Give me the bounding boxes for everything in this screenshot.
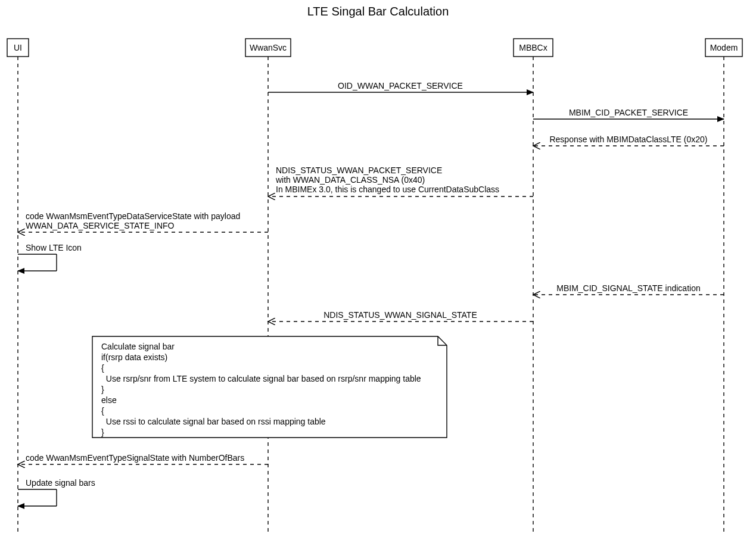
svg-text:{: { xyxy=(101,406,104,416)
svg-text:}: } xyxy=(101,385,104,394)
svg-text:code WwanMsmEventTypeDataServi: code WwanMsmEventTypeDataServiceState wi… xyxy=(26,211,240,221)
svg-text:UI: UI xyxy=(14,43,22,52)
actor-mbbcx: MBBCx xyxy=(514,39,553,57)
svg-text:MBBCx: MBBCx xyxy=(519,43,547,52)
actor-ui: UI xyxy=(7,39,29,57)
svg-text:WwanSvc: WwanSvc xyxy=(250,43,287,52)
svg-text:Use rsrp/snr from LTE system t: Use rsrp/snr from LTE system to calculat… xyxy=(101,374,421,383)
svg-text:NDIS_STATUS_WWAN_SIGNAL_STATE: NDIS_STATUS_WWAN_SIGNAL_STATE xyxy=(323,310,477,320)
svg-text:Calculate signal bar: Calculate signal bar xyxy=(101,342,175,351)
svg-text:{: { xyxy=(101,363,104,373)
self-show-lte-icon: Show LTE Icon xyxy=(18,243,82,271)
sequence-diagram: UI WwanSvc MBBCx Modem OID_WWAN_PACKET_S… xyxy=(0,21,756,537)
msg-ndis-status-wwan-packet-service: NDIS_STATUS_WWAN_PACKET_SERVICE with WWA… xyxy=(268,166,533,196)
msg-mbim-cid-signal-state-indication: MBIM_CID_SIGNAL_STATE indication xyxy=(533,283,724,295)
msg-wwanmsmeventtypedataservicestate: code WwanMsmEventTypeDataServiceState wi… xyxy=(18,211,268,232)
note-calculate-signal-bar: Calculate signal bar if(rsrp data exists… xyxy=(92,336,447,438)
svg-text:WWAN_DATA_SERVICE_STATE_INFO: WWAN_DATA_SERVICE_STATE_INFO xyxy=(26,221,175,230)
msg-response-mbimdataclasslte: Response with MBIMDataClassLTE (0x20) xyxy=(533,135,724,146)
svg-text:NDIS_STATUS_WWAN_PACKET_SERVIC: NDIS_STATUS_WWAN_PACKET_SERVICE xyxy=(276,166,442,175)
svg-text:Show LTE Icon: Show LTE Icon xyxy=(26,243,82,252)
svg-text:Update signal bars: Update signal bars xyxy=(26,478,95,488)
msg-wwanmsmeventtypesignalstate: code WwanMsmEventTypeSignalState with Nu… xyxy=(18,453,268,464)
svg-text:Response with MBIMDataClassLTE: Response with MBIMDataClassLTE (0x20) xyxy=(549,135,707,144)
svg-text:MBIM_CID_SIGNAL_STATE indicati: MBIM_CID_SIGNAL_STATE indication xyxy=(556,283,700,293)
svg-text:OID_WWAN_PACKET_SERVICE: OID_WWAN_PACKET_SERVICE xyxy=(338,81,463,90)
svg-text:Modem: Modem xyxy=(710,43,738,52)
svg-text:if(rsrp data exists): if(rsrp data exists) xyxy=(101,352,167,362)
svg-text:Use rssi to calculate signal b: Use rssi to calculate signal bar based o… xyxy=(101,417,326,426)
diagram-title: LTE Singal Bar Calculation xyxy=(0,5,756,18)
actor-modem: Modem xyxy=(705,39,742,57)
svg-text:In MBIMEx 3.0, this is changed: In MBIMEx 3.0, this is changed to use Cu… xyxy=(276,185,499,194)
actor-wwansvc: WwanSvc xyxy=(245,39,291,57)
svg-text:}: } xyxy=(101,427,104,437)
msg-ndis-status-wwan-signal-state: NDIS_STATUS_WWAN_SIGNAL_STATE xyxy=(268,310,533,321)
msg-mbim-cid-packet-service: MBIM_CID_PACKET_SERVICE xyxy=(533,108,724,119)
svg-text:code WwanMsmEventTypeSignalSta: code WwanMsmEventTypeSignalState with Nu… xyxy=(26,453,244,463)
svg-text:with WWAN_DATA_CLASS_NSA (0x40: with WWAN_DATA_CLASS_NSA (0x40) xyxy=(275,175,425,185)
svg-text:MBIM_CID_PACKET_SERVICE: MBIM_CID_PACKET_SERVICE xyxy=(569,108,688,117)
svg-text:else: else xyxy=(101,395,117,405)
msg-oid-wwan-packet-service: OID_WWAN_PACKET_SERVICE xyxy=(268,81,533,92)
self-update-signal-bars: Update signal bars xyxy=(18,478,95,506)
